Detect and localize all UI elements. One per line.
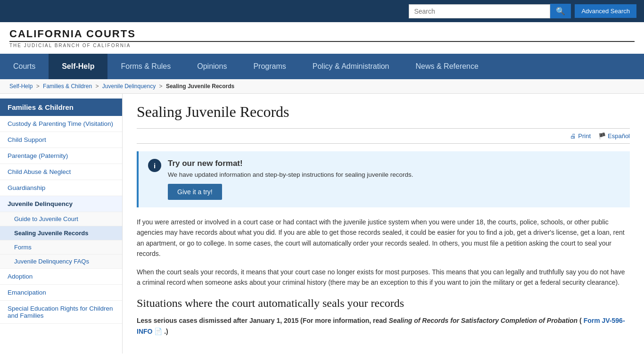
sidebar-item-adoption[interactable]: Adoption — [0, 269, 122, 285]
flag-icon: 🏴 — [598, 132, 606, 140]
sidebar-item-emancipation[interactable]: Emancipation — [0, 285, 122, 301]
main-nav: Courts Self-Help Forms & Rules Opinions … — [0, 54, 644, 79]
info-content: Try our new format! We have updated info… — [168, 159, 413, 200]
sidebar-item-forms[interactable]: Forms — [0, 240, 122, 255]
top-bar: 🔍 Advanced Search — [0, 0, 644, 22]
page-title: Sealing Juvenile Records — [137, 103, 630, 121]
logo-title: CALIFORNIA COURTS — [9, 28, 635, 42]
search-button[interactable]: 🔍 — [550, 4, 571, 18]
pdf-icon: 📄 — [154, 328, 162, 335]
nav-news-reference[interactable]: News & Reference — [403, 54, 492, 79]
nav-programs[interactable]: Programs — [240, 54, 299, 79]
content-wrapper: Families & Children Custody & Parenting … — [0, 94, 644, 354]
sidebar-item-child-support[interactable]: Child Support — [0, 132, 122, 148]
breadcrumb-separator-2: > — [95, 83, 100, 90]
body-paragraph-2: When the court seals your records, it me… — [137, 267, 630, 288]
nav-self-help[interactable]: Self-Help — [49, 54, 107, 79]
logo-subtitle: THE JUDICIAL BRANCH OF CALIFORNIA — [9, 43, 635, 48]
sidebar-item-special-education[interactable]: Special Education Rights for Children an… — [0, 301, 122, 324]
sidebar-item-child-abuse[interactable]: Child Abuse & Neglect — [0, 164, 122, 180]
sidebar-item-sealing-records[interactable]: Sealing Juvenile Records — [0, 226, 122, 240]
sidebar-item-parentage[interactable]: Parentage (Paternity) — [0, 148, 122, 164]
sidebar-item-guide-juvenile[interactable]: Guide to Juvenile Court — [0, 212, 122, 226]
page-actions: 🖨 Print 🏴 Español — [137, 128, 630, 144]
espanol-link[interactable]: 🏴 Español — [598, 132, 630, 140]
info-box: i Try our new format! We have updated in… — [137, 151, 630, 207]
sidebar-section-title: Families & Children — [0, 99, 122, 116]
less-serious-heading-text: Less serious cases dismissed after Janua… — [137, 317, 389, 324]
breadcrumb-families-children[interactable]: Families & Children — [43, 83, 92, 90]
info-box-title: Try our new format! — [168, 159, 413, 168]
info-box-description: We have updated information and step-by-… — [168, 171, 413, 178]
sidebar-item-juvenile-delinquency[interactable]: Juvenile Delinquency — [0, 196, 122, 212]
breadcrumb: Self-Help > Families & Children > Juveni… — [0, 79, 644, 94]
body-paragraph-1: If you were arrested or involved in a co… — [137, 217, 630, 259]
less-serious-paren-open: ( — [579, 317, 582, 324]
search-input[interactable] — [409, 4, 550, 18]
try-button[interactable]: Give it a try! — [168, 184, 222, 200]
less-serious-end: .) — [164, 328, 168, 335]
sidebar-item-custody[interactable]: Custody & Parenting Time (Visitation) — [0, 116, 122, 132]
breadcrumb-juvenile-delinquency[interactable]: Juvenile Delinquency — [102, 83, 156, 90]
less-serious-italic-text: Sealing of Records for Satisfactory Comp… — [389, 317, 578, 324]
sidebar-item-faqs[interactable]: Juvenile Delinquency FAQs — [0, 255, 122, 269]
print-icon: 🖨 — [570, 132, 576, 140]
breadcrumb-separator-3: > — [159, 83, 164, 90]
auto-seal-heading: Situations where the court automatically… — [137, 297, 630, 310]
logo-area: CALIFORNIA COURTS THE JUDICIAL BRANCH OF… — [0, 22, 644, 54]
breadcrumb-self-help[interactable]: Self-Help — [9, 83, 33, 90]
info-icon: i — [148, 159, 161, 172]
sidebar-item-guardianship[interactable]: Guardianship — [0, 180, 122, 196]
sidebar: Families & Children Custody & Parenting … — [0, 94, 123, 354]
less-serious-paragraph: Less serious cases dismissed after Janua… — [137, 315, 630, 337]
advanced-search-button[interactable]: Advanced Search — [575, 4, 636, 18]
print-link[interactable]: 🖨 Print — [570, 132, 591, 140]
main-content: Sealing Juvenile Records 🖨 Print 🏴 Españ… — [123, 94, 644, 354]
breadcrumb-separator-1: > — [36, 83, 41, 90]
search-form: 🔍 Advanced Search — [409, 4, 636, 18]
nav-forms-rules[interactable]: Forms & Rules — [107, 54, 184, 79]
breadcrumb-current: Sealing Juvenile Records — [166, 83, 234, 90]
nav-courts[interactable]: Courts — [0, 54, 49, 79]
nav-policy-admin[interactable]: Policy & Administration — [299, 54, 403, 79]
search-icon: 🔍 — [556, 7, 565, 15]
nav-opinions[interactable]: Opinions — [184, 54, 240, 79]
